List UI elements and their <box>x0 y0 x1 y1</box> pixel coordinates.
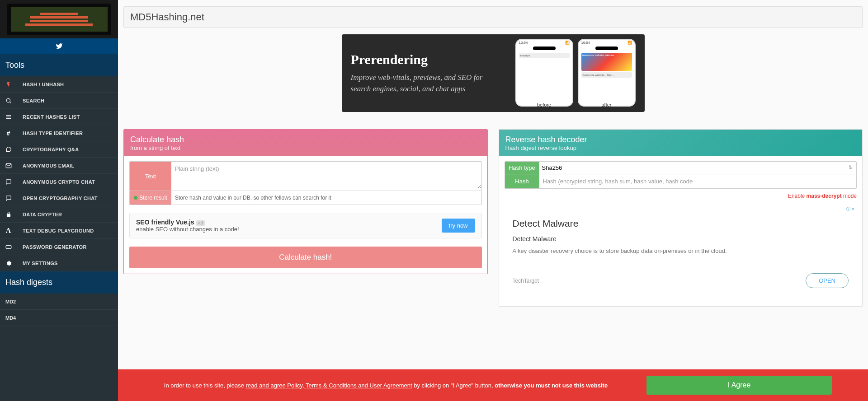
hash-type-select[interactable]: Sha256 <box>539 162 857 174</box>
ad-info-icon[interactable]: ⓘ✕ <box>846 206 855 212</box>
open-ad-button[interactable]: OPEN <box>806 273 849 288</box>
seo-title: SEO friendly Vue.jsAd <box>136 219 239 226</box>
sidebar-item-anonymous-crypto-chat[interactable]: ANONYMOUS CRYPTO CHAT <box>0 174 118 190</box>
phone-mock-after: 10:54📶 Awesome website previewAwesome we… <box>578 39 636 107</box>
reverse-decoder-panel: Reverse hash decoder Hash digest reverse… <box>499 129 863 307</box>
svg-rect-2 <box>6 245 11 248</box>
sidebar-item-my-settings[interactable]: MY SETTINGS <box>0 255 118 271</box>
list-icon <box>0 109 17 125</box>
calc-title: Calculate hash <box>130 135 481 145</box>
sidebar-section-hash-digests: Hash digests <box>0 271 118 294</box>
store-desc: Store hash and value in our DB, so other… <box>171 191 335 205</box>
sidebar-item-password-generator[interactable]: PASSWORD GENERATOR <box>0 239 118 255</box>
advertiser-name: TechTarget <box>513 278 539 284</box>
mass-decrypt-link[interactable]: Enable mass-decrypt mode <box>505 193 857 199</box>
card-icon <box>0 239 17 255</box>
sidebar-item-hash-type-identifier[interactable]: #HASH TYPE IDENTIFIER <box>0 125 118 141</box>
page-title-box: MD5Hashing.net <box>123 6 863 28</box>
chat-icon <box>0 141 17 157</box>
ad-title: Prerendering <box>351 52 497 67</box>
hash-label: Hash <box>505 174 539 188</box>
sidebar-item-text-debug-playground[interactable]: ATEXT DEBUG PLAYGROUND <box>0 223 118 239</box>
seo-ad-box: SEO friendly Vue.jsAd enable SEO without… <box>129 213 482 238</box>
hash-icon: # <box>0 125 17 141</box>
sidebar-item-open-cryptography-chat[interactable]: OPEN CRYPTOGRAPHY CHAT <box>0 190 118 206</box>
decoder-title: Reverse hash decoder <box>505 135 856 145</box>
sidebar-item-cryptography-q-a[interactable]: CRYPTOGRAPHY Q&A <box>0 141 118 158</box>
phone-mock-before: 10:54📶 example <box>515 39 573 107</box>
bolt-icon <box>0 76 17 92</box>
calculate-hash-panel: Calculate hash from a string of text Tex… <box>123 129 488 274</box>
font-icon: A <box>0 223 17 238</box>
sidebar-item-hash-unhash[interactable]: HASH / UNHASH <box>0 76 118 93</box>
sidebar-item-data-crypter[interactable]: DATA CRYPTER <box>0 206 118 223</box>
decoder-subtitle: Hash digest reverse lookup <box>505 145 856 151</box>
comment-icon <box>0 190 17 206</box>
svg-point-0 <box>6 98 10 102</box>
lock-icon <box>0 206 17 222</box>
ad-body: A key disaster recovery choice is to sto… <box>513 247 849 255</box>
twitter-icon <box>56 42 63 50</box>
search-icon <box>0 93 17 108</box>
plain-text-input[interactable] <box>171 162 481 189</box>
sidebar-hash-md2[interactable]: MD2 <box>0 294 118 310</box>
seo-desc: enable SEO without changes in a code! <box>136 226 239 233</box>
sidebar-hero-image <box>0 0 118 38</box>
sidebar-item-anonymous-email[interactable]: ANONYMOUS EMAIL <box>0 158 118 174</box>
try-now-button[interactable]: try now <box>442 219 475 233</box>
gear-icon <box>0 255 17 271</box>
page-title: MD5Hashing.net <box>130 11 856 23</box>
store-result-toggle[interactable]: Store result <box>130 191 171 205</box>
mail-icon <box>0 158 17 173</box>
calc-subtitle: from a string of text <box>130 145 481 151</box>
ad-subheadline: Detect Malware <box>513 235 849 242</box>
sidebar: Tools HASH / UNHASHSEARCHRECENT HASHES L… <box>0 0 118 343</box>
comment-icon <box>0 174 17 190</box>
text-label: Text <box>130 162 171 191</box>
top-ad-banner[interactable]: Prerendering Improve web-vitals, preview… <box>342 34 645 112</box>
hash-type-label: Hash type <box>505 162 539 174</box>
ad-headline: Detect Malware <box>513 218 849 229</box>
sidebar-section-tools: Tools <box>0 54 118 76</box>
calculate-hash-button[interactable]: Calculate hash! <box>129 247 482 268</box>
main-content: MD5Hashing.net Prerendering Improve web-… <box>118 6 868 343</box>
sidebar-hash-md4[interactable]: MD4 <box>0 310 118 326</box>
hash-input[interactable] <box>539 174 857 188</box>
twitter-link[interactable] <box>0 38 118 54</box>
ad-desc: Improve web-vitals, previews, and SEO fo… <box>351 72 497 95</box>
sidebar-item-search[interactable]: SEARCH <box>0 93 118 109</box>
side-ad-box[interactable]: ⓘ✕ Detect Malware Detect Malware A key d… <box>505 205 857 301</box>
sidebar-item-recent-hashes-list[interactable]: RECENT HASHES LIST <box>0 109 118 125</box>
